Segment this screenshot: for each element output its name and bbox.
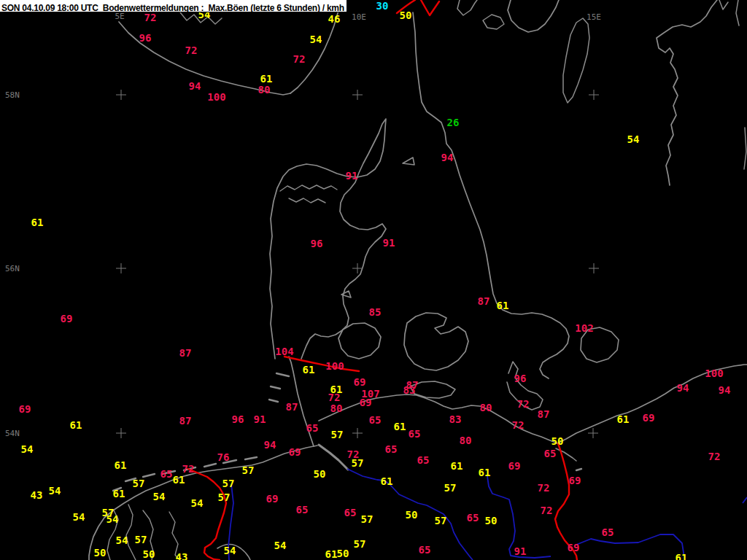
station-value: 65 (544, 448, 557, 459)
grid-label: 10E (352, 12, 366, 22)
station-value: 43 (31, 489, 43, 501)
station-value: 83 (403, 384, 416, 396)
station-value: 94 (264, 439, 276, 451)
station-value: 87 (538, 408, 550, 420)
station-value: 61 (394, 421, 406, 432)
station-value: 76 (217, 451, 230, 463)
station-value: 91 (254, 413, 266, 425)
station-value: 61 (113, 488, 125, 499)
station-value: 65 (467, 512, 479, 524)
station-value: 65 (306, 422, 319, 434)
station-value: 94 (719, 384, 731, 396)
station-value: 57 (218, 491, 231, 503)
station-value: 57 (361, 513, 374, 525)
station-value: 94 (677, 382, 689, 394)
station-value: 72 (512, 419, 525, 431)
station-value: 61 (115, 459, 127, 471)
station-value: 54 (224, 545, 236, 556)
station-value: 61 (303, 364, 315, 376)
station-value: 69 (360, 397, 372, 408)
station-value: 65 (160, 468, 173, 480)
station-value: 54 (310, 34, 322, 45)
station-value: 65 (417, 454, 430, 466)
station-value: 69 (568, 542, 580, 553)
station-value: 72 (517, 398, 530, 410)
station-value: 96 (232, 413, 244, 425)
station-value: 54 (116, 534, 128, 546)
station-value: 87 (286, 401, 298, 413)
station-value: 61 (381, 475, 393, 487)
station-value: 72 (541, 505, 553, 516)
station-value: 61 (260, 73, 273, 85)
station-value: 50 (143, 548, 155, 560)
weather-map-screen: 5E10E15E58N56N54N54305072469654727261948… (0, 0, 747, 560)
station-value: 43 (176, 551, 188, 560)
station-value: 50 (314, 468, 326, 480)
station-value: 87 (179, 347, 192, 359)
station-value: 72 (328, 392, 341, 403)
station-value: 91 (514, 545, 527, 557)
station-value: 85 (369, 306, 382, 318)
station-value: 61 (497, 300, 509, 311)
station-value: 30 (376, 0, 389, 12)
station-value: 69 (289, 446, 301, 458)
station-value: 69 (266, 493, 279, 505)
station-value: 50 (551, 435, 564, 447)
station-value: 80 (330, 402, 343, 414)
station-value: 102 (575, 322, 593, 334)
station-value: 57 (435, 515, 447, 526)
station-value: 69 (354, 376, 366, 388)
station-value: 94 (189, 80, 201, 92)
station-value: 100 (325, 360, 344, 372)
station-value: 54 (107, 513, 119, 525)
station-value: 87 (478, 295, 490, 307)
station-value: 72 (538, 482, 550, 494)
station-value: 80 (258, 84, 271, 96)
station-value: 57 (331, 429, 344, 440)
station-value: 72 (708, 451, 721, 462)
station-value: 57 (444, 482, 457, 494)
station-value: 65 (385, 443, 398, 455)
station-value: 54 (274, 540, 287, 551)
station-value: 50 (485, 515, 498, 526)
station-value: 61 (173, 474, 185, 486)
station-value: 96 (311, 238, 323, 249)
station-value: 50 (94, 547, 107, 559)
station-value: 61 (451, 460, 463, 472)
station-value: 65 (369, 414, 382, 426)
station-value: 57 (354, 538, 366, 550)
station-value: 26 (447, 117, 460, 128)
station-value: 69 (508, 460, 521, 472)
station-value: 65 (296, 504, 309, 516)
grid-label: 56N (5, 264, 20, 273)
station-value: 69 (19, 403, 31, 415)
station-value: 61 (70, 419, 82, 431)
station-value: 91 (346, 170, 358, 182)
station-value: 72 (185, 44, 198, 56)
station-value: 80 (480, 402, 492, 413)
station-value: 83 (449, 413, 462, 425)
station-value: 65 (419, 544, 431, 556)
station-value: 54 (191, 497, 204, 509)
station-value: 72 (293, 53, 306, 65)
station-value: 46 (328, 13, 341, 25)
station-value: 50 (337, 548, 349, 559)
station-value: 57 (135, 534, 147, 545)
station-value: 54 (153, 491, 166, 502)
station-value: 72 (182, 463, 195, 475)
title-bar: SON 04.10.09 18:00 UTC Bodenwettermeldun… (0, 0, 347, 12)
station-value: 69 (569, 475, 581, 486)
station-value: 57 (242, 464, 255, 476)
station-value: 61 (31, 217, 44, 228)
station-value: 96 (139, 32, 152, 44)
station-value: 87 (179, 415, 192, 427)
station-value: 61 (676, 552, 688, 560)
grid-label: 58N (5, 90, 20, 100)
station-value: 54 (73, 511, 85, 523)
title-text: SON 04.10.09 18:00 UTC Bodenwettermeldun… (0, 3, 347, 14)
station-value: 65 (344, 507, 357, 518)
station-value: 61 (479, 467, 491, 478)
station-value: 57 (222, 478, 235, 489)
station-value: 65 (409, 428, 421, 440)
weather-map: 5E10E15E58N56N54N54305072469654727261948… (0, 0, 747, 560)
